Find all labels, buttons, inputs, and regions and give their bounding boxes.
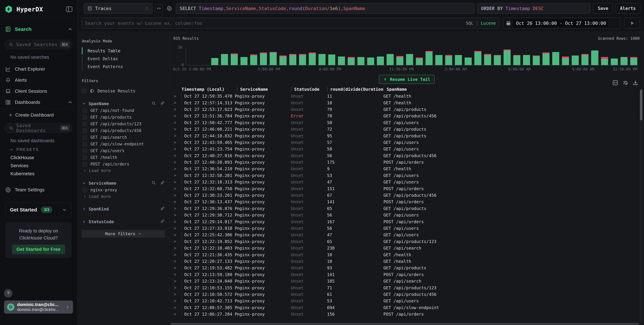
expand-row-icon[interactable]: > (173, 153, 182, 158)
sql-mode-toggle[interactable]: SQL (466, 21, 473, 26)
lucene-mode-toggle[interactable]: Lucene (481, 21, 496, 26)
table-row[interactable]: >Oct 27 12:53:17.623 PMnginx-proxyUnset7… (170, 106, 644, 113)
expand-row-icon[interactable]: > (173, 292, 182, 297)
facet-value-get-api-search[interactable]: GET /api/search (82, 134, 165, 141)
column-header-round-divide-duration[interactable]: round(divide(Duration, (327, 87, 384, 92)
date-range-picker[interactable]: Oct 26 13:00:00 - Oct 27 13:00:00 (503, 17, 620, 29)
horizontal-scrollbar[interactable] (170, 323, 639, 325)
expand-row-icon[interactable]: > (173, 213, 182, 218)
table-row[interactable]: >Oct 27 12:32:08.750 PMnginx-proxyUnset1… (170, 185, 644, 192)
facet-value-get-api-products-456[interactable]: GET /api/products/456 (82, 127, 165, 134)
analysis-mode-results-table[interactable]: Results Table (82, 47, 165, 55)
table-row[interactable]: >Oct 27 12:29:14.817 PMnginx-proxyUnset1… (170, 218, 644, 225)
histogram-bar[interactable] (386, 54, 394, 65)
table-row[interactable]: >Oct 27 12:27:33.918 PMnginx-proxyUnset5… (170, 225, 644, 232)
column-resize-handle[interactable] (237, 87, 238, 92)
table-row[interactable]: >Oct 27 12:19:53.482 PMnginx-proxyUnset9… (170, 265, 644, 271)
expand-row-icon[interactable]: > (173, 233, 182, 237)
facet-value-nginx-proxy[interactable]: nginx-proxy (82, 187, 165, 193)
expand-row-icon[interactable]: > (173, 239, 182, 244)
expand-row-icon[interactable]: > (173, 173, 182, 178)
table-row[interactable]: >Oct 27 12:22:19.852 PMnginx-proxyUnset6… (170, 238, 644, 245)
histogram-bar[interactable] (377, 56, 384, 65)
checkbox[interactable] (82, 188, 87, 192)
histogram-bar[interactable] (260, 52, 267, 65)
facet-servicename[interactable]: ServiceName (82, 180, 165, 187)
column-resize-handle[interactable] (291, 87, 292, 92)
histogram-bar[interactable] (474, 51, 482, 65)
expand-row-icon[interactable]: > (173, 259, 182, 264)
facet-value-get-api-products[interactable]: GET /api/products (82, 114, 165, 121)
table-row[interactable]: >Oct 27 12:32:18.313 PMnginx-proxyUnset4… (170, 179, 644, 185)
facet-value-get-health[interactable]: GET /health (82, 154, 165, 161)
facet-value-get-api-not-found[interactable]: GET /api/not-found (82, 107, 165, 114)
histogram-bar[interactable] (221, 54, 228, 65)
histogram-bar[interactable] (611, 58, 618, 65)
edit-sql-button[interactable] (155, 4, 163, 12)
save-button[interactable]: Save (593, 3, 613, 13)
expand-row-icon[interactable]: > (173, 167, 182, 171)
histogram-bar[interactable] (582, 54, 588, 65)
preset-item-services[interactable]: Services (10, 162, 73, 169)
table-row[interactable]: >Oct 27 12:44:10.832 PMnginx-proxyUnset9… (170, 132, 644, 139)
histogram-bar[interactable] (455, 55, 462, 65)
table-row[interactable]: >Oct 27 12:06:27.284 PMnginx-proxyUnset1… (170, 311, 644, 318)
histogram-bar[interactable] (406, 54, 413, 65)
preset-item-kubernetes[interactable]: Kubernetes (10, 170, 73, 177)
histogram-bar[interactable] (523, 55, 530, 65)
column-resize-handle[interactable] (384, 87, 384, 92)
load-more-button[interactable]: Load more (82, 168, 165, 174)
denoise-checkbox[interactable] (82, 89, 86, 93)
user-menu[interactable]: D dominic.tran@clic... dominic.tran@clic… (4, 301, 73, 314)
order-by-input[interactable]: ORDER BY Timestamp DESC (477, 3, 590, 13)
facet-value-post-api-orders[interactable]: POST /api/orders (82, 161, 165, 168)
scrollbar-thumb[interactable] (640, 89, 642, 120)
expand-row-icon[interactable]: > (173, 160, 182, 165)
alerts-button[interactable]: Alerts (616, 3, 640, 13)
expand-row-icon[interactable]: > (173, 120, 182, 125)
histogram-bar[interactable] (240, 57, 248, 65)
table-row[interactable]: >Oct 27 12:10:42.713 PMnginx-proxyUnset5… (170, 298, 644, 304)
run-query-button[interactable] (624, 17, 640, 29)
expand-row-icon[interactable]: > (173, 246, 182, 251)
saved-searches-input[interactable]: Saved Searches ⌘K (5, 40, 72, 49)
saved-dashboards-input[interactable]: Saved Dashboards ⌘K (5, 123, 72, 133)
pin-icon[interactable] (160, 101, 165, 106)
histogram-bar[interactable] (591, 50, 598, 65)
checkbox[interactable] (82, 108, 87, 113)
code-view-icon[interactable] (612, 80, 618, 85)
table-row[interactable]: >Oct 27 12:51:36.784 PMnginx-proxyError7… (170, 113, 644, 119)
vertical-scrollbar[interactable] (640, 89, 643, 323)
table-row[interactable]: >Oct 27 12:59:35.478 PMnginx-proxyUnset1… (170, 93, 644, 99)
expand-row-icon[interactable]: > (173, 140, 182, 145)
histogram-bar[interactable] (289, 54, 296, 65)
expand-row-icon[interactable]: > (173, 272, 182, 277)
table-row[interactable]: >Oct 27 12:32:58.201 PMnginx-proxyUnset5… (170, 172, 644, 179)
expand-row-icon[interactable]: > (173, 219, 182, 224)
pin-icon[interactable] (160, 180, 165, 186)
expand-row-icon[interactable]: > (173, 193, 182, 198)
table-row[interactable]: >Oct 27 12:20:27.133 PMnginx-proxyUnset1… (170, 258, 644, 265)
collapse-sidebar-icon[interactable] (66, 5, 73, 13)
expand-row-icon[interactable]: > (173, 312, 182, 317)
expand-row-icon[interactable]: > (173, 226, 182, 231)
histogram-bar[interactable] (270, 52, 277, 65)
table-row[interactable]: >Oct 27 12:08:57.305 PMnginx-proxyUnset6… (170, 304, 644, 311)
histogram-bar[interactable] (620, 57, 628, 65)
histogram-bar[interactable] (211, 58, 218, 65)
histogram-bar[interactable] (552, 52, 559, 65)
table-row[interactable]: >Oct 27 12:10:53.155 PMnginx-proxyUnset7… (170, 285, 644, 291)
chevron-up-icon[interactable] (67, 26, 73, 32)
checkbox[interactable] (82, 122, 87, 126)
expand-row-icon[interactable]: > (173, 305, 182, 310)
expand-row-icon[interactable]: > (173, 94, 182, 99)
histogram-bar[interactable] (426, 51, 432, 65)
wrap-text-icon[interactable] (622, 80, 628, 85)
histogram-bar[interactable] (367, 57, 374, 65)
facet-search-icon[interactable] (151, 101, 156, 106)
histogram-bar[interactable] (494, 55, 501, 65)
expand-row-icon[interactable]: > (173, 186, 182, 191)
table-row[interactable]: >Oct 27 12:30:23.261 PMnginx-proxyUnset6… (170, 192, 644, 199)
column-header-timestamp-local[interactable]: Timestamp (Local) (182, 87, 237, 92)
select-columns-input[interactable]: SELECT Timestamp,ServiceName,StatusCode,… (176, 3, 474, 13)
